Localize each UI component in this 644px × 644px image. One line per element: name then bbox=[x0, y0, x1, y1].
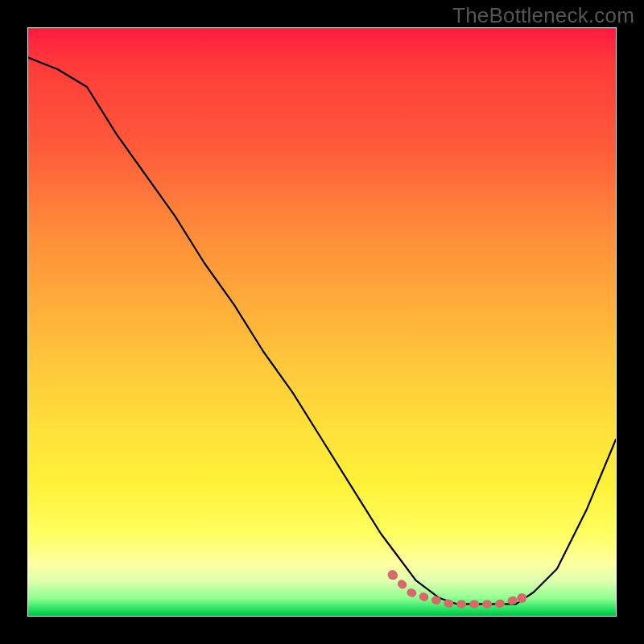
svg-point-0 bbox=[388, 570, 398, 580]
chart-svg bbox=[28, 28, 616, 616]
chart-canvas: TheBottleneck.com bbox=[0, 0, 644, 644]
watermark-label: TheBottleneck.com bbox=[452, 3, 634, 28]
plot-area bbox=[27, 27, 617, 617]
bottleneck-curve bbox=[28, 58, 616, 605]
optimal-band-markers bbox=[388, 570, 527, 604]
svg-point-1 bbox=[517, 593, 526, 603]
